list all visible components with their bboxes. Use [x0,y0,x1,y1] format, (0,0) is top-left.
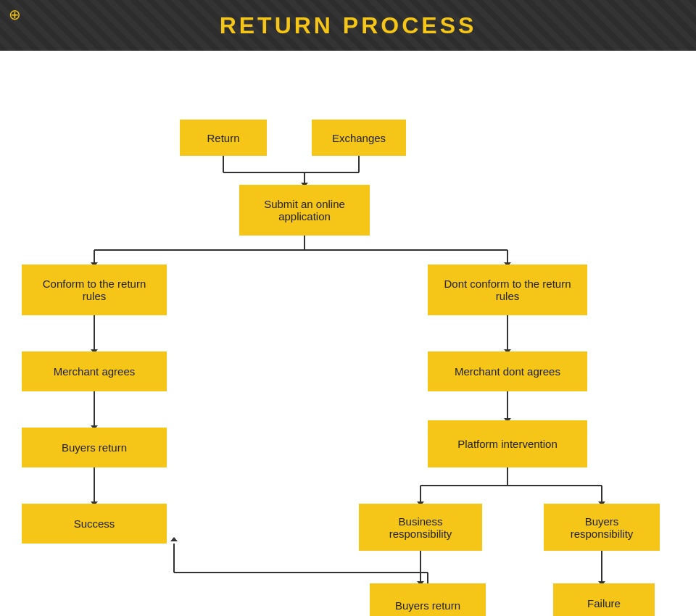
page-title: RETURN PROCESS [220,12,477,39]
return-label: Return [207,132,239,144]
buyers-return-left-label: Buyers return [62,441,127,454]
success-label: Success [74,517,115,530]
crosshair-icon: ⊕ [9,6,21,23]
flowchart: Return Exchanges Submit an online applic… [0,51,696,616]
conform-label: Conform to the return rules [30,278,158,302]
conform-box: Conform to the return rules [22,265,167,315]
failure-box: Failure [553,583,655,616]
failure-label: Failure [587,597,621,609]
merchant-dont-box: Merchant dont agrees [428,351,587,391]
platform-box: Platform intervention [428,420,587,467]
submit-label: Submit an online application [248,198,361,222]
platform-label: Platform intervention [457,438,558,450]
business-label: Business responsibility [368,515,473,540]
buyers-resp-label: Buyers responsibility [552,515,651,540]
dont-conform-label: Dont conform to the return rules [436,278,579,302]
merchant-dont-label: Merchant dont agrees [455,365,560,378]
exchanges-box: Exchanges [312,120,406,156]
buyers-return-right-box: Buyers return [370,583,486,616]
exchanges-label: Exchanges [332,132,386,144]
return-box: Return [180,120,267,156]
success-box: Success [22,504,167,544]
merchant-agrees-label: Merchant agrees [54,365,136,378]
buyers-return-left-box: Buyers return [22,428,167,467]
merchant-agrees-box: Merchant agrees [22,351,167,391]
svg-marker-20 [170,537,178,541]
business-box: Business responsibility [359,504,482,551]
submit-box: Submit an online application [239,185,370,236]
buyers-return-right-label: Buyers return [395,599,460,612]
dont-conform-box: Dont conform to the return rules [428,265,587,315]
buyers-resp-box: Buyers responsibility [544,504,660,551]
header: ⊕ RETURN PROCESS [0,0,696,51]
